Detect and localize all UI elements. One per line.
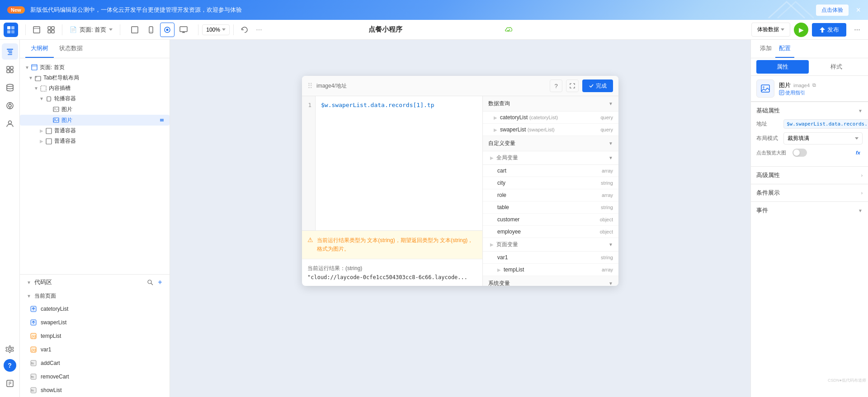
code-item-catetoryList[interactable]: catetoryList: [20, 302, 170, 316]
condition-header[interactable]: 条件展示 ›: [751, 184, 868, 201]
prop-layout-mode-select[interactable]: 裁剪填满: [783, 132, 863, 145]
prop-tab-style[interactable]: 样式: [811, 60, 863, 74]
code-item-addCart[interactable]: fn addCart: [20, 356, 170, 370]
data-item-employee[interactable]: employee object: [483, 226, 618, 238]
help-link-label: 使用指引: [785, 89, 805, 96]
expr-help-button[interactable]: ?: [550, 79, 562, 92]
tree-item-slot[interactable]: ▼ 内容插槽: [20, 83, 170, 93]
layout-mode-arrow: [855, 137, 859, 140]
banner-close-button[interactable]: ×: [856, 6, 861, 14]
prop-address-input[interactable]: $w.swaperList.data.records...: [783, 119, 868, 129]
app-logo: [4, 23, 18, 37]
page-selector[interactable]: 📄 页面: 首页: [66, 24, 116, 36]
tree-action-img1-drag[interactable]: [158, 105, 166, 113]
sidebar-grid-icon[interactable]: [2, 61, 18, 78]
svg-rect-56: [46, 139, 52, 144]
run-button[interactable]: ▶: [794, 23, 808, 37]
pages-button[interactable]: [29, 23, 44, 37]
basic-props-header[interactable]: 基础属性 ▼: [751, 102, 868, 119]
prop-value-layout-mode: 裁剪填满: [783, 132, 863, 145]
sidebar-settings-icon[interactable]: [2, 341, 18, 357]
data-section-query-arrow: ▼: [609, 101, 613, 106]
tab-outline[interactable]: 大纲树: [25, 40, 54, 58]
tree-action-img2-drag[interactable]: [158, 116, 166, 124]
publish-button[interactable]: 发布: [812, 23, 846, 37]
experience-button[interactable]: 点击体验: [816, 5, 849, 16]
tree-item-container-1[interactable]: ▶ 普通容器: [20, 126, 170, 136]
data-item-tempList-panel[interactable]: ▶ tempList array: [483, 264, 618, 276]
experience-data-button[interactable]: 体验数据: [751, 23, 790, 37]
code-item-tempList[interactable]: (x) tempList: [20, 329, 170, 343]
code-section-header[interactable]: ▼ 代码区 +: [20, 275, 170, 290]
preview-button[interactable]: [160, 23, 175, 37]
data-section-system[interactable]: 系统变量 ▼: [483, 276, 618, 286]
data-section-custom-title: 自定义变量: [488, 140, 609, 147]
components-button[interactable]: [44, 23, 58, 37]
toolbar-more-button[interactable]: ···: [850, 23, 864, 37]
data-item-var1[interactable]: var1 string: [483, 252, 618, 264]
code-add-button[interactable]: +: [156, 278, 164, 286]
tree-item-image-2[interactable]: ▼ 图片: [20, 115, 170, 126]
code-item-var1[interactable]: (x) var1: [20, 343, 170, 356]
expr-done-button[interactable]: 完成: [582, 79, 613, 92]
sidebar-data-icon[interactable]: [2, 79, 18, 96]
tree-item-carousel[interactable]: ▼ 轮播容器: [20, 93, 170, 104]
data-item-swaperList[interactable]: ▶ swaperList (swaperList) query: [483, 124, 618, 136]
code-label-catetoryList: catetoryList: [41, 306, 68, 312]
page-settings-button[interactable]: [127, 23, 142, 37]
sidebar-layout-icon[interactable]: [2, 98, 18, 114]
sidebar-history-icon[interactable]: [2, 375, 18, 392]
data-item-role[interactable]: role array: [483, 189, 618, 201]
tree-settings-page[interactable]: ⚙: [149, 63, 157, 71]
copy-id-button[interactable]: ⧉: [812, 82, 816, 88]
svg-point-57: [148, 280, 151, 284]
data-item-catetoryList[interactable]: ▶ catetoryList (catetoryList) query: [483, 112, 618, 124]
expr-code-area: 1 $w.swaperList.data.records[1].tp ⚠ 当前运…: [302, 96, 483, 286]
tab-state-data[interactable]: 状态数据: [54, 40, 88, 58]
tree-search-page[interactable]: 🔍: [158, 63, 166, 71]
data-subsection-global[interactable]: ▶ 全局变量 ▼: [483, 151, 618, 165]
prop-row-layout-mode: 布局模式 裁剪填满: [756, 132, 863, 145]
zoom-selector[interactable]: 100%: [202, 24, 230, 35]
data-subsection-page-vars[interactable]: ▶ 页面变量 ▼: [483, 238, 618, 252]
data-section-query[interactable]: 数据查询 ▼: [483, 96, 618, 112]
code-section: ▼ 代码区 + ▼ 当前页面 catetoryList: [20, 274, 170, 397]
sidebar-outline-icon[interactable]: [2, 43, 18, 60]
refresh-button[interactable]: [237, 23, 252, 37]
current-page-section[interactable]: ▼ 当前页面: [20, 290, 170, 302]
advanced-props-header[interactable]: 高级属性 ›: [751, 167, 868, 184]
sidebar-users-icon[interactable]: [2, 116, 18, 132]
code-item-showList[interactable]: fn showList: [20, 383, 170, 397]
tab-add[interactable]: 添加: [756, 40, 775, 58]
prop-preview-fx[interactable]: fx: [854, 148, 863, 157]
data-item-city[interactable]: city string: [483, 177, 618, 189]
events-header[interactable]: 事件 ▼: [751, 202, 868, 219]
svg-rect-55: [46, 128, 52, 134]
sidebar-help-icon[interactable]: ?: [4, 359, 16, 372]
more-toolbar-button[interactable]: ···: [252, 23, 266, 37]
prop-preview-toggle[interactable]: [793, 149, 807, 157]
code-item-removeCart[interactable]: fn removeCart: [20, 370, 170, 383]
expr-fullscreen-button[interactable]: [566, 79, 579, 92]
tree-item-container-2[interactable]: ▶ 普通容器: [20, 136, 170, 146]
data-item-cart[interactable]: cart array: [483, 165, 618, 177]
data-item-customer[interactable]: customer object: [483, 214, 618, 226]
data-type-city: string: [601, 180, 613, 186]
prop-tab-attr[interactable]: 属性: [756, 60, 809, 74]
data-section-custom[interactable]: 自定义变量 ▼: [483, 136, 618, 151]
tree-item-page[interactable]: ▼ 页面: 首页 ⚙ 🔍: [20, 62, 170, 73]
image-help-link[interactable]: 使用指引: [779, 89, 816, 96]
code-item-swaperList[interactable]: swaperList: [20, 316, 170, 329]
expr-drag-handle[interactable]: ⠿: [307, 82, 313, 90]
data-name-var1: var1: [497, 254, 601, 261]
mobile-view-button[interactable]: [144, 23, 158, 37]
code-search-button[interactable]: [146, 278, 154, 286]
tree-item-tab-nav[interactable]: ▼ Tab栏导航布局: [20, 73, 170, 83]
tab-config[interactable]: 配置: [775, 40, 794, 58]
layout-mode-value: 裁剪填满: [788, 135, 809, 142]
tree-item-image-1[interactable]: ▼ 图片: [20, 104, 170, 115]
expr-code-content[interactable]: $w.swaperList.data.records[1].tp: [316, 96, 482, 230]
data-type-role: array: [602, 192, 613, 198]
data-item-table[interactable]: table string: [483, 201, 618, 214]
desktop-view-button[interactable]: [176, 23, 191, 37]
